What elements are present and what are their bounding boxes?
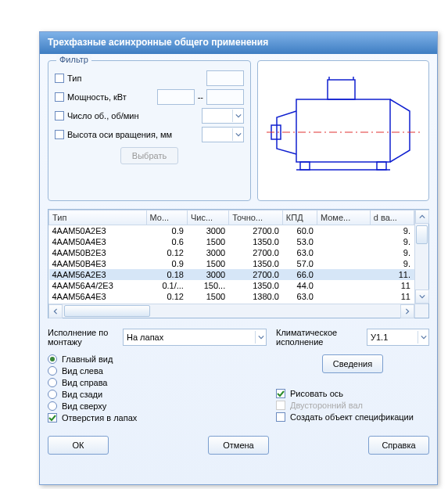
table-cell: 150... xyxy=(187,280,228,291)
filter-power-label: Мощность, кВт xyxy=(67,92,127,102)
dialog-window: Трехфазные асинхронные общего применения… xyxy=(39,31,438,485)
svg-rect-6 xyxy=(377,162,386,170)
view-back-radio[interactable]: Вид сзади xyxy=(48,390,267,399)
title-bar[interactable]: Трехфазные асинхронные общего применения xyxy=(40,32,437,54)
radio-icon xyxy=(48,354,57,364)
table-cell xyxy=(317,258,370,269)
view-holes-check[interactable]: Отверстия в лапах xyxy=(48,413,267,422)
scroll-thumb[interactable] xyxy=(416,225,428,244)
svg-rect-1 xyxy=(328,80,355,99)
motor-preview xyxy=(257,60,429,201)
filter-rpm-combo[interactable] xyxy=(202,108,244,124)
table-cell: 44.0 xyxy=(282,280,317,291)
filter-power-check[interactable]: Мощность, кВт xyxy=(55,92,154,102)
filter-height-label: Высота оси вращения, мм xyxy=(67,130,172,139)
scroll-down-icon[interactable] xyxy=(415,289,429,304)
mount-combo[interactable]: На лапах xyxy=(123,329,267,346)
window-title: Трехфазные асинхронные общего применения xyxy=(48,37,268,48)
table-cell: 4ААМ50В4Е3 xyxy=(49,258,147,269)
motor-diagram-icon xyxy=(265,72,421,189)
climate-combo[interactable]: У1.1 xyxy=(367,329,429,346)
horizontal-scrollbar[interactable] xyxy=(48,304,414,318)
column-header[interactable]: Чис... xyxy=(187,210,228,225)
radio-icon xyxy=(48,390,57,399)
filter-rpm-check[interactable]: Число об., об/мин xyxy=(55,111,199,120)
scroll-left-icon[interactable] xyxy=(48,304,63,318)
table-cell: 9. xyxy=(370,236,414,247)
table-cell: 11. xyxy=(370,269,414,280)
filter-legend: Фильтр xyxy=(56,55,91,64)
column-header[interactable]: d ва... xyxy=(370,210,414,225)
filter-power-from[interactable] xyxy=(157,89,195,105)
create-spec-label: Создать объект спецификации xyxy=(290,412,414,422)
table-row[interactable]: 4ААМ56А4Е30.1215001380.063.011 xyxy=(49,291,414,302)
view-main-radio[interactable]: Главный вид xyxy=(48,354,267,364)
scroll-thumb[interactable] xyxy=(64,305,150,317)
view-back-label: Вид сзади xyxy=(62,390,102,399)
column-header[interactable]: Моме... xyxy=(317,210,370,225)
scroll-right-icon[interactable] xyxy=(400,304,414,318)
table-cell: 4ААМ56А4/2Е3 xyxy=(49,280,147,291)
view-left-radio[interactable]: Вид слева xyxy=(48,366,267,376)
create-spec-check[interactable]: Создать объект спецификации xyxy=(276,412,429,422)
filter-height-combo[interactable] xyxy=(202,127,244,142)
table-row[interactable]: 4ААМ56А2Е30.1830002700.066.011. xyxy=(49,269,414,280)
table-cell: 63.0 xyxy=(282,247,317,258)
radio-icon xyxy=(48,366,57,376)
table-cell xyxy=(317,291,370,302)
cancel-button[interactable]: Отмена xyxy=(208,436,269,455)
checkbox-icon xyxy=(55,92,64,102)
dialog-content: Фильтр Тип Мощность, кВт -- xyxy=(40,54,437,461)
draw-axis-check[interactable]: Рисовать ось xyxy=(276,389,429,398)
filter-select-button[interactable]: Выбрать xyxy=(120,147,178,164)
help-button[interactable]: Справка xyxy=(368,436,429,455)
table-cell: 1380.0 xyxy=(229,291,283,302)
checkbox-icon xyxy=(55,130,64,139)
column-header[interactable]: Мо... xyxy=(146,210,187,225)
chevron-down-icon xyxy=(232,110,243,122)
table-cell: 2700.0 xyxy=(229,269,283,280)
table-row[interactable]: 4ААМ50В4Е30.915001350.057.09. xyxy=(49,258,414,269)
checkbox-icon xyxy=(276,389,285,398)
column-header[interactable]: Тип xyxy=(49,210,147,225)
table-cell xyxy=(317,280,370,291)
column-header[interactable]: Точно... xyxy=(229,210,283,225)
vertical-scrollbar[interactable] xyxy=(414,210,428,304)
filter-type-input[interactable] xyxy=(206,70,244,86)
table-cell: 1350.0 xyxy=(229,236,283,247)
filter-power-to[interactable] xyxy=(206,89,244,105)
chevron-down-icon xyxy=(418,331,428,343)
table-cell: 1500 xyxy=(187,258,228,269)
table-cell: 4ААМ50А2Е3 xyxy=(49,225,147,237)
two-sided-label: Двусторонний вал xyxy=(290,401,363,410)
view-top-radio[interactable]: Вид сверху xyxy=(48,401,267,411)
scroll-up-icon[interactable] xyxy=(415,210,429,224)
svg-rect-5 xyxy=(300,162,310,170)
view-left-label: Вид слева xyxy=(62,366,103,376)
ok-button[interactable]: ОК xyxy=(48,436,109,455)
view-top-label: Вид сверху xyxy=(62,401,106,411)
table-row[interactable]: 4ААМ56А4/2Е30.1/...150...1350.044.011 xyxy=(49,280,414,291)
climate-value: У1.1 xyxy=(371,333,388,342)
column-header[interactable]: КПД xyxy=(282,210,317,225)
table-cell: 4ААМ56А2Е3 xyxy=(49,269,147,280)
view-right-radio[interactable]: Вид справа xyxy=(48,378,267,387)
filter-rpm-label: Число об., об/мин xyxy=(67,111,139,120)
filter-type-check[interactable]: Тип xyxy=(55,74,203,83)
table-cell: 0.9 xyxy=(146,258,187,269)
table-row[interactable]: 4ААМ50А4Е30.615001350.053.09. xyxy=(49,236,414,247)
table-row[interactable]: 4ААМ50В2Е30.1230002700.063.09. xyxy=(49,247,414,258)
power-separator: -- xyxy=(198,92,203,102)
info-button[interactable]: Сведения xyxy=(322,354,383,373)
filter-group: Фильтр Тип Мощность, кВт -- xyxy=(48,60,251,201)
checkbox-icon xyxy=(55,74,64,83)
table-cell: 11 xyxy=(370,291,414,302)
table-cell: 3000 xyxy=(187,269,228,280)
table-cell: 3000 xyxy=(187,247,228,258)
table-cell: 9. xyxy=(370,225,414,237)
filter-height-check[interactable]: Высота оси вращения, мм xyxy=(55,130,199,139)
table-row[interactable]: 4ААМ50А2Е30.930002700.060.09. xyxy=(49,225,414,237)
table-cell: 60.0 xyxy=(282,225,317,237)
view-right-label: Вид справа xyxy=(62,378,108,387)
table-cell: 2700.0 xyxy=(229,247,283,258)
